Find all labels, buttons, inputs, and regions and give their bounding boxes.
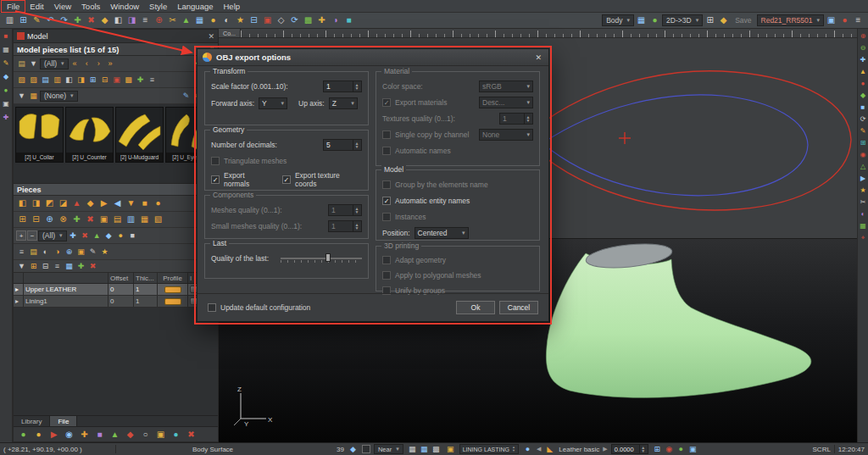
toolbar-icon[interactable]: ▩ bbox=[302, 14, 314, 27]
dock-icon[interactable]: ◐ bbox=[858, 209, 868, 219]
selection-tool-icon[interactable]: ▩ bbox=[123, 75, 134, 86]
toolbar-icon[interactable]: ≡ bbox=[852, 14, 865, 27]
scale-factor-spinner[interactable]: 1▲▼ bbox=[323, 80, 362, 92]
toolbar-icon[interactable]: ● bbox=[648, 14, 661, 27]
layer-name-cell[interactable]: Lining1 bbox=[24, 296, 108, 307]
export-texcoords-checkbox[interactable] bbox=[282, 175, 291, 184]
body-selector[interactable]: Body bbox=[602, 14, 634, 26]
quick-tool-icon[interactable]: ✖ bbox=[185, 428, 198, 441]
slider-thumb[interactable] bbox=[326, 253, 331, 262]
table-tool-icon[interactable]: ✖ bbox=[87, 261, 98, 272]
dock-icon[interactable]: ▦ bbox=[858, 221, 868, 231]
save-button[interactable]: Save bbox=[731, 16, 755, 25]
dialog-close-icon[interactable]: ✕ bbox=[533, 53, 543, 62]
toolbar-icon[interactable]: ✚ bbox=[315, 14, 328, 27]
selection-tool-icon[interactable]: ≡ bbox=[147, 75, 158, 86]
toolbar-icon[interactable]: ● bbox=[207, 14, 220, 27]
toolbar-icon[interactable]: ◇ bbox=[275, 14, 287, 27]
selection-tool-icon[interactable]: ⊞ bbox=[87, 75, 98, 86]
export-normals-checkbox[interactable] bbox=[211, 175, 220, 184]
piece-tool-icon[interactable]: ◧ bbox=[16, 197, 29, 210]
table-row[interactable]: ▸ Lining1 0 1 bbox=[14, 296, 218, 308]
status-tool-icon[interactable]: ● bbox=[676, 444, 687, 455]
single-copy-checkbox[interactable] bbox=[382, 130, 391, 139]
dock-icon[interactable]: ▦ bbox=[1, 45, 11, 55]
piece-tool-icon[interactable]: ● bbox=[115, 230, 126, 241]
selection-tool-icon[interactable]: ▨ bbox=[28, 75, 39, 86]
toolbar-icon[interactable]: ⊕ bbox=[153, 14, 165, 27]
instances-checkbox[interactable] bbox=[382, 213, 391, 221]
toolbar-icon[interactable]: ⊟ bbox=[248, 14, 260, 27]
dock-icon[interactable]: ⊕ bbox=[858, 31, 868, 42]
prev-material-icon[interactable]: ◀ bbox=[537, 446, 541, 452]
pieces-filter-all[interactable]: (All) bbox=[40, 58, 69, 69]
piece-tool-icon[interactable]: ⊕ bbox=[43, 214, 56, 226]
dialog-title-bar[interactable]: OBJ export options ✕ bbox=[198, 49, 548, 66]
col-name[interactable] bbox=[24, 273, 108, 283]
update-default-checkbox[interactable] bbox=[208, 303, 216, 312]
piece-tool-icon[interactable]: ◆ bbox=[103, 230, 114, 241]
col-offset[interactable]: Offset bbox=[108, 273, 134, 283]
status-tool-icon[interactable]: ◉ bbox=[664, 444, 675, 455]
piece-tool-icon[interactable]: ✎ bbox=[87, 247, 98, 258]
toolbar-icon[interactable]: ↷ bbox=[58, 14, 70, 27]
piece-tool-icon[interactable]: ◐ bbox=[40, 247, 51, 258]
toolbar-icon[interactable]: ▲ bbox=[180, 14, 192, 27]
quick-tool-icon[interactable]: ✚ bbox=[78, 428, 91, 441]
next-material-icon[interactable]: ▶ bbox=[603, 446, 607, 452]
decimals-spinner[interactable]: 5▲▼ bbox=[323, 139, 362, 151]
dock-icon[interactable]: ■ bbox=[858, 103, 868, 113]
quick-tool-icon[interactable]: ▶ bbox=[47, 428, 60, 441]
small-meshes-quality-spinner[interactable]: 1▲▼ bbox=[328, 220, 362, 232]
toolbar-icon[interactable]: ■ bbox=[342, 14, 355, 27]
dock-icon[interactable]: ⌖ bbox=[858, 233, 868, 243]
dock-icon[interactable]: ◉ bbox=[858, 150, 868, 160]
quick-tool-icon[interactable]: ● bbox=[170, 428, 182, 441]
grid-toggle-icon[interactable]: ▦ bbox=[407, 444, 418, 455]
apply-polygonal-checkbox[interactable] bbox=[382, 271, 391, 280]
quick-tool-icon[interactable]: ● bbox=[17, 428, 30, 441]
selection-tool-icon[interactable]: ◨ bbox=[75, 75, 86, 86]
group-by-elements-checkbox[interactable] bbox=[382, 180, 391, 189]
status-tool-icon[interactable]: ⊞ bbox=[652, 444, 663, 455]
piece-tool-icon[interactable]: ◨ bbox=[30, 197, 42, 210]
adapt-geometry-checkbox[interactable] bbox=[382, 256, 391, 264]
piece-tool-icon[interactable]: ■ bbox=[138, 197, 151, 210]
toolbar-icon[interactable]: ⊞ bbox=[704, 14, 716, 27]
piece-tool-icon[interactable]: ◆ bbox=[84, 197, 97, 210]
snap-icon[interactable]: ◆ bbox=[348, 444, 359, 455]
piece-tool-icon[interactable]: ⊕ bbox=[64, 247, 75, 258]
piece-tool-icon[interactable]: ≡ bbox=[16, 247, 27, 258]
toolbar-icon[interactable]: ▦ bbox=[635, 14, 648, 27]
menu-language[interactable]: Language bbox=[172, 1, 218, 12]
offset-cell[interactable]: 0 bbox=[108, 284, 134, 295]
toolbar-icon[interactable]: ↶ bbox=[44, 14, 57, 27]
piece-tool-icon[interactable]: ⊗ bbox=[57, 214, 70, 226]
filter-tool-icon[interactable]: ▦ bbox=[28, 91, 39, 102]
piece-tool-icon[interactable]: ★ bbox=[99, 247, 110, 258]
quick-tool-icon[interactable]: ◉ bbox=[63, 428, 75, 441]
dock-icon[interactable]: ✎ bbox=[858, 126, 868, 136]
dock-icon[interactable]: ✚ bbox=[858, 55, 868, 65]
active-layer-selector[interactable]: LINING LASTING ▲▼ bbox=[459, 444, 519, 454]
mode-selector-2d3d[interactable]: 2D->3D bbox=[662, 14, 703, 26]
layer-spinner-icon[interactable]: ▲▼ bbox=[512, 446, 515, 452]
quick-tool-icon[interactable]: ■ bbox=[93, 428, 106, 441]
piece-tool-icon[interactable]: ◩ bbox=[43, 197, 56, 210]
row-expander-icon[interactable]: ▸ bbox=[14, 284, 24, 295]
export-materials-select[interactable]: Desc... bbox=[479, 97, 533, 108]
dock-icon[interactable]: ⊞ bbox=[858, 138, 868, 148]
piece-tool-icon[interactable]: ✚ bbox=[68, 230, 79, 241]
offset-cell[interactable]: 0 bbox=[108, 296, 134, 307]
ok-button[interactable]: Ok bbox=[456, 301, 495, 314]
row-expander-icon[interactable]: ▸ bbox=[14, 296, 24, 307]
toolbar-icon[interactable]: ≡ bbox=[139, 14, 152, 27]
dock-icon[interactable]: ■ bbox=[1, 31, 11, 42]
grid-toggle-icon[interactable]: ▩ bbox=[431, 444, 442, 455]
piece-tool-icon[interactable]: ◀ bbox=[111, 197, 124, 210]
col-thickness[interactable]: Thic... bbox=[134, 273, 158, 283]
single-copy-select[interactable]: None bbox=[479, 129, 533, 141]
project-selector[interactable]: Red21_RR5501 bbox=[757, 14, 824, 26]
toolbar-icon[interactable]: ✂ bbox=[166, 14, 179, 27]
near-mode-select[interactable]: Near bbox=[374, 444, 403, 454]
